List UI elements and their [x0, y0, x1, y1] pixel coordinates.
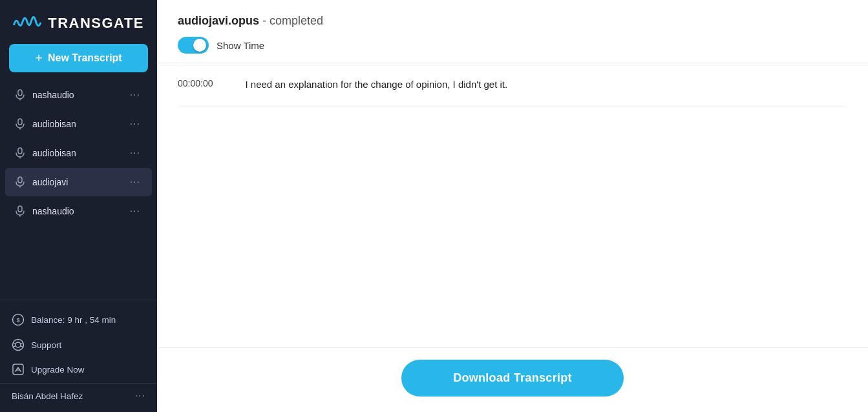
sidebar-item-audiojavi[interactable]: audiojavi ···	[5, 168, 152, 196]
support-label: Support	[31, 340, 61, 350]
svg-line-17	[21, 346, 23, 347]
sidebar-item-label: audiojavi	[32, 177, 121, 187]
sidebar-item-menu[interactable]: ···	[127, 117, 143, 131]
sidebar-item-audiobisan-2[interactable]: audiobisan ···	[5, 139, 152, 167]
toggle-row: Show Time	[178, 37, 847, 54]
svg-rect-18	[13, 364, 23, 375]
transcript-text: I need an explanation for the change of …	[246, 77, 508, 92]
user-item[interactable]: Bisán Abdel Hafez ···	[0, 383, 157, 408]
balance-item[interactable]: $ Balance: 9 hr , 54 min	[0, 307, 157, 333]
sidebar-item-menu[interactable]: ···	[127, 204, 143, 218]
sidebar-bottom: $ Balance: 9 hr , 54 min Support Upgrade…	[0, 300, 157, 412]
transcript-row: 00:00:00 I need an explanation for the c…	[178, 63, 847, 107]
svg-line-16	[21, 343, 23, 344]
mic-icon	[14, 147, 26, 159]
support-item[interactable]: Support	[0, 333, 157, 357]
balance-label: Balance: 9 hr , 54 min	[31, 315, 116, 325]
main-footer: Download Transcript	[157, 347, 868, 412]
svg-point-12	[13, 340, 24, 351]
sidebar-item-label: audiobisan	[32, 119, 121, 129]
svg-rect-6	[18, 177, 22, 183]
toggle-knob	[193, 39, 206, 52]
svg-text:$: $	[16, 317, 19, 324]
toggle-label: Show Time	[217, 40, 264, 51]
sidebar: TRANSGATE + New Transcript nashaudio ···…	[0, 0, 157, 412]
svg-point-13	[16, 342, 21, 347]
sidebar-item-label: nashaudio	[32, 206, 121, 216]
upgrade-label: Upgrade Now	[31, 365, 85, 375]
svg-line-15	[14, 346, 16, 347]
file-name: audiojavi.opus	[178, 14, 259, 27]
svg-rect-4	[18, 148, 22, 154]
balance-icon: $	[12, 313, 25, 326]
support-icon	[12, 338, 25, 351]
sidebar-item-nashaudio-1[interactable]: nashaudio ···	[5, 81, 152, 109]
main-content: audiojavi.opus - completed Show Time 00:…	[157, 0, 868, 412]
main-header: audiojavi.opus - completed Show Time	[157, 0, 868, 63]
sidebar-item-label: nashaudio	[32, 90, 121, 100]
sidebar-item-nashaudio-2[interactable]: nashaudio ···	[5, 197, 152, 225]
transcript-time: 00:00:00	[178, 77, 213, 88]
show-time-toggle[interactable]	[178, 37, 209, 54]
mic-icon	[14, 176, 26, 188]
svg-rect-2	[18, 119, 22, 125]
logo-icon	[13, 12, 41, 35]
transcript-area: 00:00:00 I need an explanation for the c…	[157, 63, 868, 347]
upgrade-item[interactable]: Upgrade Now	[0, 357, 157, 382]
sidebar-item-label: audiobisan	[32, 148, 121, 158]
plus-icon: +	[35, 52, 43, 65]
logo-text: TRANSGATE	[48, 15, 144, 32]
mic-icon	[14, 118, 26, 130]
upgrade-icon	[12, 363, 25, 376]
mic-icon	[14, 205, 26, 217]
sidebar-item-menu[interactable]: ···	[127, 175, 143, 189]
user-label: Bisán Abdel Hafez	[12, 391, 129, 401]
sidebar-list: nashaudio ··· audiobisan ··· audiobisan …	[0, 80, 157, 300]
mic-icon	[14, 89, 26, 101]
new-transcript-label: New Transcript	[48, 52, 122, 64]
svg-rect-8	[18, 206, 22, 212]
download-transcript-button[interactable]: Download Transcript	[401, 360, 624, 397]
sidebar-item-audiobisan-1[interactable]: audiobisan ···	[5, 110, 152, 138]
file-title: audiojavi.opus - completed	[178, 14, 847, 28]
sidebar-item-menu[interactable]: ···	[127, 146, 143, 160]
sidebar-item-menu[interactable]: ···	[127, 88, 143, 102]
svg-rect-0	[18, 90, 22, 96]
user-menu[interactable]: ···	[135, 390, 145, 402]
sidebar-logo: TRANSGATE	[0, 0, 157, 44]
new-transcript-button[interactable]: + New Transcript	[9, 44, 148, 72]
file-status: - completed	[262, 14, 323, 27]
svg-line-14	[14, 343, 16, 344]
